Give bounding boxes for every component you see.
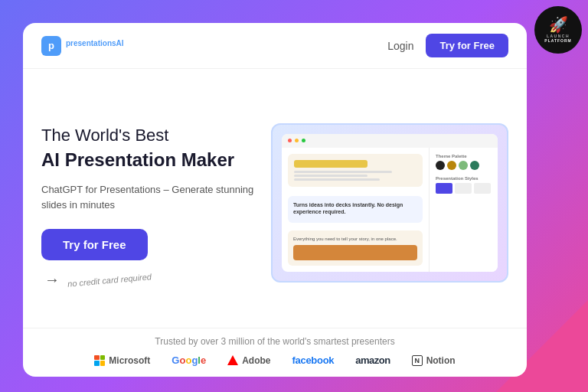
brand-facebook: facebook xyxy=(292,354,335,366)
preview-topbar xyxy=(282,134,498,148)
hero-description: ChatGPT for Presentations – Generate stu… xyxy=(41,182,256,212)
logo-area: p presentationsAI xyxy=(41,36,124,56)
logo-icon: p xyxy=(41,36,61,56)
preview-slide-1 xyxy=(288,154,423,187)
swatch-4 xyxy=(470,161,479,170)
brand-logos: Microsoft Google Adobe facebook amazon xyxy=(41,354,508,366)
notion-icon: N xyxy=(412,355,423,366)
dot-red xyxy=(288,139,292,142)
hero-left: The World's Best AI Presentation Maker C… xyxy=(41,87,256,318)
trusted-section: Trusted by over 3 million of the world's… xyxy=(23,328,527,377)
brand-notion: N Notion xyxy=(412,355,456,366)
style-thumb-1 xyxy=(436,183,452,194)
try-free-button[interactable]: Try for Free xyxy=(41,229,148,260)
brand-adobe: Adobe xyxy=(227,355,270,366)
hero-section: The World's Best AI Presentation Maker C… xyxy=(23,69,527,328)
dot-green xyxy=(302,139,305,142)
slide-line-3 xyxy=(294,178,380,181)
presentation-styles-label: Presentation Styles xyxy=(436,176,492,181)
preview-bubble: Turns ideas into decks instantly. No des… xyxy=(288,196,423,224)
preview-content: Turns ideas into decks instantly. No des… xyxy=(282,148,498,273)
style-previews xyxy=(436,183,492,194)
preview-sidebar: Theme Palette Presentation Styles xyxy=(429,148,498,273)
nav-right: Login Try for Free xyxy=(387,34,508,57)
brand-amazon: amazon xyxy=(355,354,390,366)
adobe-label: Adobe xyxy=(242,355,270,366)
rocket-icon: 🚀 xyxy=(549,17,568,32)
navbar: p presentationsAI Login Try for Free xyxy=(23,23,527,69)
nav-cta-button[interactable]: Try for Free xyxy=(426,34,508,57)
microsoft-icon xyxy=(94,355,105,366)
preview-card: Turns ideas into decks instantly. No des… xyxy=(271,123,508,283)
bubble-title: Turns ideas into decks instantly. No des… xyxy=(293,201,417,217)
main-card: p presentationsAI Login Try for Free The… xyxy=(23,23,527,377)
launch-badge: 🚀 LAUNCH PLATFORM xyxy=(534,6,582,54)
adobe-icon xyxy=(227,355,238,365)
orange-block xyxy=(293,245,417,260)
notion-label: Notion xyxy=(426,355,456,366)
hero-right: Turns ideas into decks instantly. No des… xyxy=(271,87,508,318)
theme-palette-section: Theme Palette xyxy=(436,154,492,170)
swatch-2 xyxy=(447,161,456,170)
color-swatches xyxy=(436,161,492,170)
style-thumb-2 xyxy=(455,183,472,194)
preview-inner: Turns ideas into decks instantly. No des… xyxy=(282,134,498,273)
slide-yellow-bar xyxy=(294,160,368,168)
brand-google: Google xyxy=(172,354,206,366)
launch-platform-text: PLATFORM xyxy=(544,38,571,43)
amazon-label: amazon xyxy=(355,354,390,366)
login-link[interactable]: Login xyxy=(387,40,413,52)
presentation-styles-section: Presentation Styles xyxy=(436,176,492,194)
preview-main: Turns ideas into decks instantly. No des… xyxy=(282,148,429,273)
hero-title: AI Presentation Maker xyxy=(41,149,256,172)
no-credit-text: no credit card required xyxy=(67,272,152,289)
everything-text: Everything you need to tell your story, … xyxy=(293,236,417,242)
hero-subtitle: The World's Best xyxy=(41,125,256,147)
swatch-3 xyxy=(459,161,468,170)
dot-yellow xyxy=(295,139,299,142)
slide-line-1 xyxy=(294,171,392,173)
preview-everything: Everything you need to tell your story, … xyxy=(288,230,423,266)
swatch-1 xyxy=(436,161,445,170)
no-credit-area: ← no credit card required xyxy=(41,271,256,289)
microsoft-label: Microsoft xyxy=(109,355,150,366)
google-label: Google xyxy=(172,354,206,366)
trusted-text: Trusted by over 3 million of the world's… xyxy=(41,336,508,347)
logo-text: presentationsAI xyxy=(66,39,124,53)
slide-lines xyxy=(294,171,416,181)
slide-line-2 xyxy=(294,175,368,177)
style-thumb-3 xyxy=(474,183,491,194)
theme-palette-label: Theme Palette xyxy=(436,154,492,158)
facebook-label: facebook xyxy=(292,354,335,366)
arrow-icon: ← xyxy=(44,271,60,289)
brand-microsoft: Microsoft xyxy=(94,355,150,366)
